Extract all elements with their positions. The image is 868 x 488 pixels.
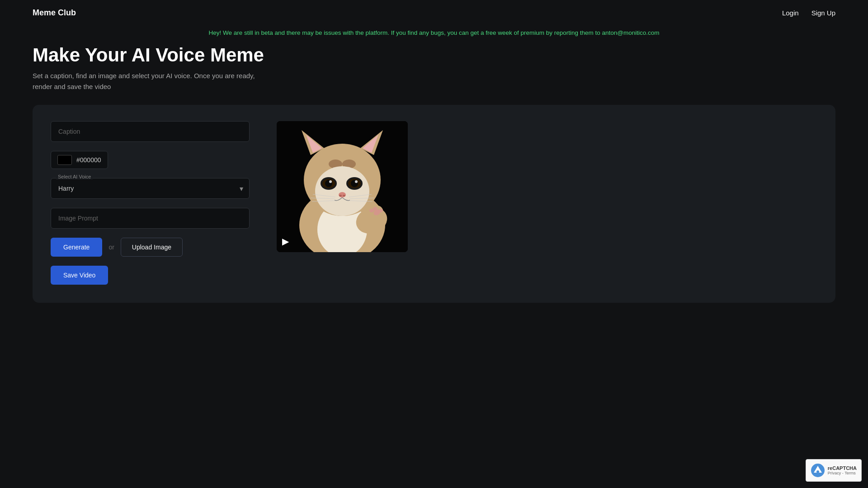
color-hex-value: #000000 [76,156,101,164]
svg-point-14 [329,180,332,183]
page-title: Make Your AI Voice Meme [33,44,835,66]
image-prompt-input[interactable] [51,208,250,229]
svg-point-20 [339,195,342,197]
right-panel: ▶ [277,121,408,252]
svg-point-31 [378,209,383,212]
video-preview[interactable]: ▶ [277,121,408,252]
voice-select[interactable]: Harry Adam Rachel Domi Bella Antoni [51,178,250,199]
recaptcha-text: reCAPTCHA Privacy - Terms [828,465,857,475]
navbar: Meme Club Login Sign Up [0,0,868,26]
svg-point-21 [343,195,345,197]
left-panel: #000000 Select AI Voice Harry Adam Rache… [51,121,250,285]
svg-point-35 [816,470,819,473]
recaptcha-logo [811,463,825,478]
voice-select-label: Select AI Voice [56,174,93,179]
recaptcha-privacy: Privacy - Terms [828,471,857,475]
save-video-button[interactable]: Save Video [51,266,108,285]
svg-point-18 [355,180,358,183]
svg-point-19 [339,192,346,197]
login-button[interactable]: Login [782,9,799,17]
hero-section: Make Your AI Voice Meme Set a caption, f… [0,44,868,92]
color-picker-wrapper[interactable]: #000000 [51,151,108,169]
voice-select-wrapper: Select AI Voice Harry Adam Rachel Domi B… [51,178,250,199]
signup-button[interactable]: Sign Up [811,9,835,17]
main-card: #000000 Select AI Voice Harry Adam Rache… [33,105,835,303]
upload-image-button[interactable]: Upload Image [121,238,183,257]
color-row: #000000 [51,151,250,169]
color-swatch [57,155,72,165]
hero-subtitle: Set a caption, find an image and select … [33,70,259,92]
caption-input[interactable] [51,121,250,142]
recaptcha-badge: reCAPTCHA Privacy - Terms [806,459,862,482]
or-divider: or [108,244,114,251]
cat-image [277,121,408,252]
beta-banner: Hey! We are still in beta and there may … [0,26,868,40]
nav-links: Login Sign Up [782,9,835,17]
recaptcha-title: reCAPTCHA [828,465,857,471]
play-button[interactable]: ▶ [282,236,289,247]
svg-point-33 [369,209,374,212]
generate-button[interactable]: Generate [51,238,102,257]
svg-point-10 [315,166,369,216]
brand-logo[interactable]: Meme Club [33,8,76,18]
action-buttons-row: Generate or Upload Image [51,238,250,257]
save-row: Save Video [51,266,250,285]
